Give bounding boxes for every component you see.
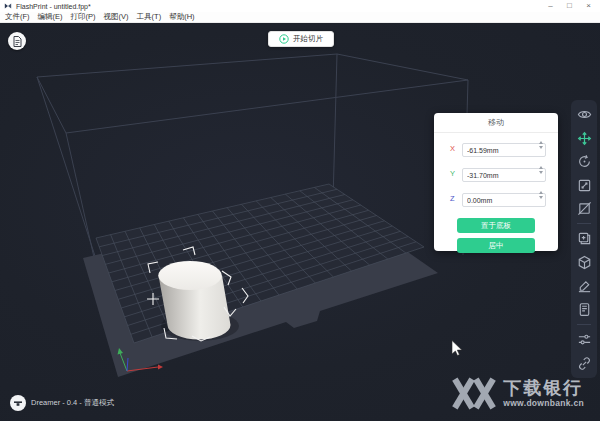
document-icon	[13, 36, 22, 47]
watermark-url: www.downbank.cn	[503, 398, 584, 408]
x-spinner[interactable]	[539, 141, 543, 149]
minimize-button[interactable]: –	[541, 0, 560, 12]
window-title: FlashPrint - untitled.fpp*	[16, 3, 91, 10]
move-icon	[577, 131, 592, 146]
right-toolbar	[571, 100, 597, 378]
viewport-3d[interactable]: 开始切片 移动 X Y	[0, 23, 600, 421]
toolbar-divider	[577, 223, 591, 224]
printer-status-text: Dreamer - 0.4 - 普通模式	[31, 398, 114, 408]
start-slice-label: 开始切片	[293, 34, 323, 44]
mouse-cursor	[452, 341, 462, 356]
duplicate-icon	[577, 231, 592, 246]
status-bar: Dreamer - 0.4 - 普通模式	[10, 395, 114, 411]
axis-y-label: Y	[450, 169, 462, 178]
play-circle-icon	[279, 34, 289, 44]
move-tool-button[interactable]	[574, 129, 594, 147]
pen-icon	[577, 279, 592, 294]
view-tool-button[interactable]	[574, 106, 594, 124]
cut-icon	[577, 201, 592, 216]
move-row-z: Z	[450, 191, 546, 205]
printer-tool-button[interactable]	[574, 301, 594, 319]
support-edit-tool-button[interactable]	[574, 277, 594, 295]
move-row-x: X	[450, 141, 546, 155]
downbank-logo-icon	[452, 377, 496, 410]
z-spinner[interactable]	[539, 191, 543, 199]
maximize-button[interactable]: □	[560, 0, 579, 12]
y-spinner[interactable]	[539, 166, 543, 174]
center-button[interactable]: 居中	[457, 238, 535, 253]
eye-icon	[577, 107, 592, 122]
printer-icon	[577, 302, 592, 317]
cut-tool-button[interactable]	[574, 200, 594, 218]
move-panel: 移动 X Y Z	[434, 113, 558, 251]
watermark: 下载银行 www.downbank.cn	[452, 377, 584, 410]
place-on-platform-button[interactable]: 置于底板	[457, 218, 535, 233]
z-position-input[interactable]	[462, 193, 546, 207]
link-tool-button[interactable]	[574, 354, 594, 372]
menu-item-file[interactable]: 文件(F)	[5, 12, 30, 22]
menu-item-help[interactable]: 帮助(H)	[169, 12, 194, 22]
rotate-icon	[577, 154, 592, 169]
load-model-button[interactable]	[8, 32, 26, 50]
hexagon-icon	[577, 255, 592, 270]
scale-tool-button[interactable]	[574, 176, 594, 194]
menu-bar: 文件(F) 编辑(E) 打印(P) 视图(V) 工具(T) 帮助(H)	[0, 12, 600, 23]
app-logo-icon	[4, 2, 12, 10]
settings-tool-button[interactable]	[574, 331, 594, 349]
start-slice-button[interactable]: 开始切片	[268, 31, 334, 47]
move-panel-title: 移动	[434, 113, 558, 132]
menu-item-tools[interactable]: 工具(T)	[137, 12, 162, 22]
printer-status-icon	[10, 395, 26, 411]
toolbar-divider	[577, 324, 591, 325]
axis-z-label: Z	[450, 194, 462, 203]
menu-item-edit[interactable]: 编辑(E)	[38, 12, 63, 22]
link-icon	[577, 356, 592, 371]
support-tool-button[interactable]	[574, 254, 594, 272]
y-position-input[interactable]	[462, 168, 546, 182]
watermark-title: 下载银行	[503, 379, 584, 398]
x-position-input[interactable]	[462, 143, 546, 157]
move-row-y: Y	[450, 166, 546, 180]
model-cylinder[interactable]	[158, 261, 230, 340]
close-button[interactable]: ×	[579, 0, 598, 12]
rotate-tool-button[interactable]	[574, 153, 594, 171]
tune-sliders-icon	[577, 332, 592, 347]
menu-item-print[interactable]: 打印(P)	[71, 12, 96, 22]
scale-icon	[577, 178, 592, 193]
menu-item-view[interactable]: 视图(V)	[104, 12, 129, 22]
title-bar: FlashPrint - untitled.fpp* – □ ×	[0, 0, 600, 12]
duplicate-tool-button[interactable]	[574, 230, 594, 248]
app-window: FlashPrint - untitled.fpp* – □ × 文件(F) 编…	[0, 0, 600, 421]
axis-x-label: X	[450, 144, 462, 153]
